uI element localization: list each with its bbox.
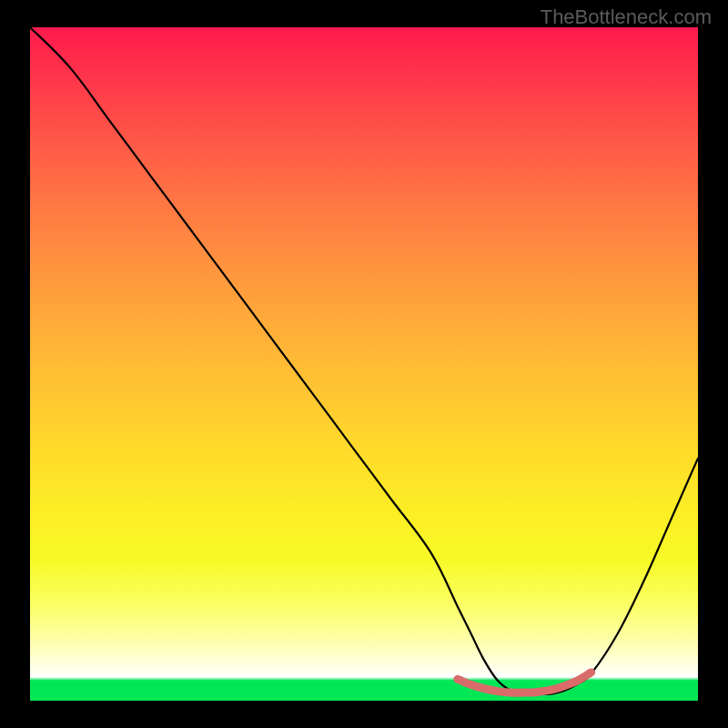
watermark-text: TheBottleneck.com bbox=[541, 5, 712, 29]
optimal-band-path bbox=[458, 672, 592, 693]
plot-area bbox=[30, 27, 698, 701]
mismatch-curve-path bbox=[30, 27, 698, 694]
chart-svg bbox=[30, 27, 698, 701]
